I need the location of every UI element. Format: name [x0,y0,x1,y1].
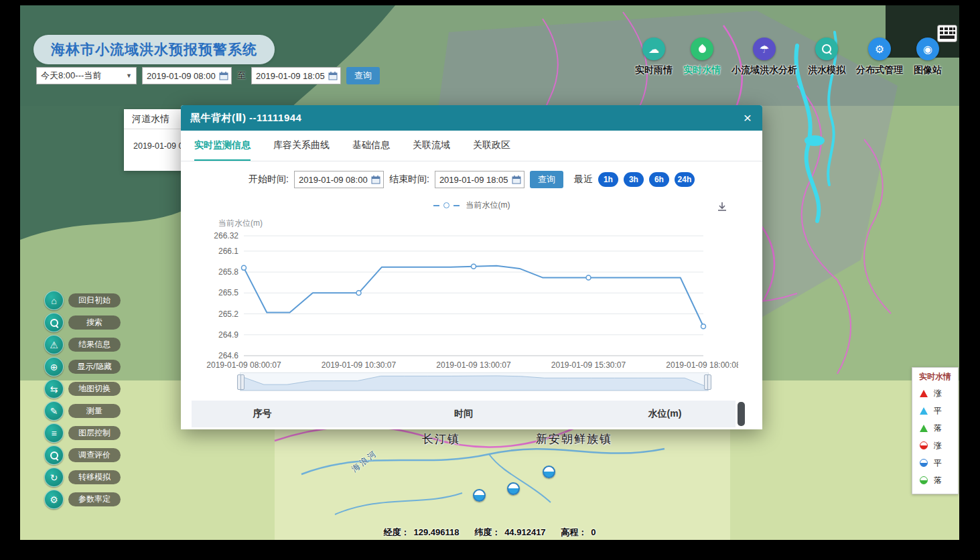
sidebar-item-label: 显示/隐藏 [68,360,121,374]
start-date-field [142,67,232,84]
svg-text:265.5: 265.5 [218,288,238,297]
legend-label: 落 [934,423,942,434]
station-marker[interactable] [473,489,486,502]
water-legend-title: 实时水情 [912,371,958,382]
latitude-label: 纬度： [474,527,500,537]
legend-dot-icon [443,202,449,208]
table-scrollbar[interactable] [738,402,745,426]
sidebar-item-show-hide[interactable]: ⊕ 显示/隐藏 [44,358,121,376]
start-date-input[interactable] [143,71,218,81]
column-header-level: 水位(m) [594,408,736,420]
legend-item-rise-triangle: 涨 [912,384,958,402]
station-marker[interactable] [543,466,555,478]
sidebar-item-reset[interactable]: ⌂ 回归初始 [44,291,121,309]
cloud-rain-icon: ☁ [642,38,665,60]
water-legend-panel: 实时水情 涨 平 落 涨 平 落 [912,367,959,494]
elevation-value: 0 [591,527,596,537]
dialog-tab-bar: 实时监测信息 库容关系曲线 基础信息 关联流域 关联政区 [181,131,762,161]
map-town-label: 长汀镇 [422,431,460,447]
svg-text:266.32: 266.32 [214,231,238,240]
recent-label: 最近 [574,173,593,186]
svg-text:2019-01-09 10:30:07: 2019-01-09 10:30:07 [322,360,397,370]
legend-label: 涨 [934,440,942,451]
chart-axis-title: 当前水位(m) [218,218,263,229]
water-drop-icon [691,38,713,60]
nav-label: 图像站 [914,64,942,76]
nav-label: 分布式管理 [856,64,903,76]
coordinate-status-bar: 经度：129.496118 纬度：44.912417 高程：0 [20,527,959,539]
chart-datazoom-slider[interactable] [240,372,709,391]
sidebar-item-label: 回归初始 [68,293,121,307]
longitude-value: 129.496118 [414,527,460,537]
transfer-icon: ↻ [44,468,64,487]
map-toolbar: ⌂ 回归初始 搜索 ⚠ 结果信息 ⊕ 显示/隐藏 ⇆ 地图切换 ✎ 测量 [44,291,121,508]
sidebar-item-label: 搜索 [68,316,121,330]
sidebar-item-label: 转移模拟 [68,470,121,484]
datazoom-right-handle[interactable] [704,374,711,390]
tab-related-basin[interactable]: 关联流域 [413,131,450,161]
calendar-icon[interactable] [219,71,228,83]
quick-range-24h[interactable]: 24h [675,172,695,187]
sidebar-item-param-calibration[interactable]: ⚙ 参数率定 [44,490,121,508]
nav-item-distributed-management[interactable]: ⚙ 分布式管理 [856,38,903,76]
sidebar-item-map-switch[interactable]: ⇆ 地图切换 [44,380,121,398]
legend-item-fall-triangle: 落 [912,419,958,437]
sidebar-item-label: 结果信息 [68,338,121,352]
quick-range-6h[interactable]: 6h [649,172,669,187]
nav-item-flood-simulation[interactable]: 洪水模拟 [808,38,845,76]
data-table-header: 序号 时间 水位(m) [192,401,736,427]
nav-label: 实时水情 [683,64,721,76]
legend-series-label: 当前水位(m) [466,200,510,211]
sidebar-item-survey[interactable]: 调查评价 [44,446,121,464]
nav-item-realtime-rain[interactable]: ☁ 实时雨情 [635,38,673,76]
dialog-query-controls: 开始时间: 结束时间: 查询 最近 1h 3h [181,171,762,188]
sidebar-item-transfer-sim[interactable]: ↻ 转移模拟 [44,468,121,486]
tab-related-district[interactable]: 关联政区 [473,131,510,161]
dialog-start-date-input[interactable] [295,175,370,185]
chart-legend[interactable]: 当前水位(m) [181,200,762,211]
map-screen: 长汀镇 新安朝鲜族镇 海浪河 海林市小流域洪水预报预警系统 今天8:00---当… [20,5,959,540]
dialog-title: 黑牛背村(Ⅱ) --11111944 [190,112,301,125]
camera-icon: ◉ [916,38,939,60]
nav-item-flood-analysis[interactable]: ☂ 小流域洪水分析 [731,38,797,76]
download-icon[interactable] [716,201,728,216]
end-date-input[interactable] [252,71,327,81]
to-label: 至 [237,70,246,82]
layers-icon: ≡ [44,423,64,443]
dialog-start-date-field [294,171,384,188]
triangle-up-icon [920,407,928,415]
legend-label: 平 [934,458,942,469]
sidebar-item-layer-control[interactable]: ≡ 图层控制 [44,424,121,442]
tab-basic-info[interactable]: 基础信息 [352,131,390,161]
tab-realtime-monitoring[interactable]: 实时监测信息 [194,131,251,161]
sidebar-item-search[interactable]: 搜索 [44,313,121,332]
column-header-index: 序号 [192,408,333,420]
app-frame: 长汀镇 新安朝鲜族镇 海浪河 海林市小流域洪水预报预警系统 今天8:00---当… [0,0,980,560]
nav-item-realtime-water[interactable]: 实时水情 [683,38,721,76]
calendar-icon[interactable] [371,175,380,187]
sidebar-item-measure[interactable]: ✎ 测量 [44,402,121,420]
quick-range-3h[interactable]: 3h [624,172,644,187]
search-icon [44,313,64,332]
station-marker[interactable] [507,482,520,495]
close-icon[interactable]: × [741,109,754,127]
dialog-header: 黑牛背村(Ⅱ) --11111944 [181,105,762,131]
main-nav: ☁ 实时雨情 实时水情 ☂ 小流域洪水分析 洪水模拟 ⚙ 分布式管理 ◉ 图像站 [635,38,942,76]
sidebar-item-result-info[interactable]: ⚠ 结果信息 [44,336,121,354]
quick-range-1h[interactable]: 1h [598,172,618,187]
dialog-end-date-input[interactable] [435,175,510,185]
calendar-icon[interactable] [512,175,521,187]
legend-item-steady-circle: 平 [912,454,958,472]
svg-text:266.1: 266.1 [218,247,238,256]
grid-layout-button[interactable] [937,25,957,45]
latitude-value: 44.912417 [504,527,545,537]
calendar-icon[interactable] [328,71,338,83]
sidebar-item-label: 参数率定 [68,492,121,506]
datazoom-left-handle[interactable] [237,374,244,390]
legend-line-icon [433,205,439,206]
time-range-select[interactable]: 今天8:00---当前 ▼ [36,67,137,84]
tab-capacity-curve[interactable]: 库容关系曲线 [273,131,330,161]
top-query-button[interactable]: 查询 [346,67,380,84]
dialog-query-button[interactable]: 查询 [530,171,563,188]
station-detail-dialog: 黑牛背村(Ⅱ) --11111944 × 实时监测信息 库容关系曲线 基础信息 … [181,105,762,429]
